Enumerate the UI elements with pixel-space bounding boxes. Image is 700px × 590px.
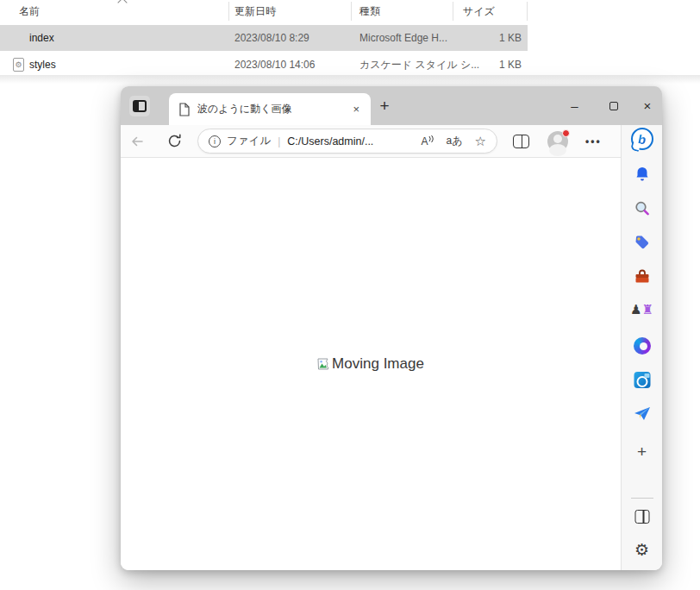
css-file-icon: ⚙ — [13, 58, 24, 72]
new-tab-button[interactable]: + — [372, 94, 397, 118]
bell-icon — [634, 166, 651, 183]
tab-bar: 波のように動く画像 × + – × — [121, 86, 662, 125]
search-icon — [634, 200, 651, 217]
sidebar-toggle-button[interactable] — [634, 510, 649, 524]
column-header-name[interactable]: 名前 — [19, 4, 40, 19]
browser-toolbar: i ファイル | C:/Users/admin/... A aあ ☆ — [121, 125, 621, 158]
maximize-button[interactable] — [594, 86, 633, 125]
column-divider[interactable] — [453, 2, 453, 21]
file-name: styles — [29, 59, 56, 71]
file-size: 1 KB — [499, 32, 522, 44]
file-explorer-list: 名前 更新日時 種類 サイズ index 2023/08/10 8:29 Mic… — [0, 0, 700, 83]
file-type: Microsoft Edge H... — [359, 32, 447, 44]
tab-actions-menu-button[interactable] — [129, 96, 150, 116]
sidebar-settings-button[interactable]: ⚙ — [634, 542, 649, 558]
file-row-index[interactable]: index 2023/08/10 8:29 Microsoft Edge H..… — [0, 25, 528, 51]
explorer-column-headers: 名前 更新日時 種類 サイズ — [0, 0, 528, 22]
price-tag-icon — [634, 234, 651, 251]
bing-icon: b — [631, 128, 653, 150]
sidebar-panel-icon — [634, 510, 649, 524]
column-header-modified[interactable]: 更新日時 — [234, 4, 276, 19]
address-divider: | — [278, 135, 280, 148]
sidebar-divider — [631, 498, 653, 499]
microsoft-365-icon — [634, 337, 651, 355]
favorite-star-icon[interactable]: ☆ — [475, 134, 486, 149]
browser-main-column: i ファイル | C:/Users/admin/... A aあ ☆ — [121, 125, 622, 570]
refresh-button[interactable] — [167, 134, 182, 148]
sidebar-item-outlook[interactable] — [634, 372, 650, 388]
outlook-icon — [634, 372, 650, 388]
image-alt-text: Moving Image — [332, 355, 424, 373]
read-aloud-button[interactable]: A — [422, 135, 434, 148]
file-name: index — [29, 32, 54, 44]
broken-image-placeholder: Moving Image — [317, 355, 424, 373]
sidebar-item-shopping[interactable] — [634, 234, 651, 251]
column-divider[interactable] — [351, 2, 352, 21]
file-size: 1 KB — [499, 59, 522, 71]
sort-ascending-icon[interactable] — [119, 0, 127, 4]
sidebar-item-tools[interactable] — [634, 268, 651, 286]
edge-sidebar: b — [622, 125, 662, 570]
toolbox-icon — [634, 268, 651, 286]
split-screen-icon[interactable] — [513, 135, 529, 148]
tab-title: 波のように動く画像 — [197, 102, 351, 116]
back-arrow-icon — [129, 134, 145, 149]
paper-plane-icon — [634, 406, 651, 422]
column-divider[interactable] — [527, 2, 528, 21]
read-aloud-waves-icon — [428, 135, 434, 143]
url-scheme-label: ファイル — [227, 134, 271, 148]
page-content: Moving Image — [121, 158, 621, 570]
address-bar[interactable]: i ファイル | C:/Users/admin/... A aあ ☆ — [197, 129, 497, 154]
settings-and-more-button[interactable]: ••• — [585, 135, 602, 148]
sidebar-customize-button[interactable]: + — [637, 442, 647, 461]
tab-close-button[interactable]: × — [351, 103, 361, 116]
notification-dot — [562, 129, 570, 137]
sidebar-item-search[interactable] — [634, 200, 651, 217]
column-header-type[interactable]: 種類 — [359, 4, 380, 19]
chess-pawn-icon: ♟ — [630, 303, 641, 316]
back-button[interactable] — [129, 134, 145, 149]
file-row-styles[interactable]: ⚙ styles 2023/08/10 14:06 カスケード スタイル シ..… — [0, 53, 528, 77]
file-modified: 2023/08/10 8:29 — [234, 32, 309, 44]
broken-image-icon — [317, 358, 331, 370]
translate-button[interactable]: aあ — [447, 134, 463, 148]
chess-rook-icon: ♜ — [642, 303, 653, 316]
sidebar-item-games[interactable]: ♟♜ — [630, 303, 653, 316]
close-button[interactable]: × — [633, 86, 662, 125]
refresh-icon — [167, 134, 182, 148]
url-text[interactable]: C:/Users/admin/... — [287, 135, 373, 148]
profile-avatar[interactable] — [547, 131, 568, 152]
edge-browser-window: 波のように動く画像 × + – × — [121, 86, 662, 570]
sidebar-item-notifications[interactable] — [634, 166, 651, 183]
site-info-icon[interactable]: i — [209, 135, 221, 148]
page-favicon-icon — [178, 103, 190, 116]
sidebar-item-microsoft-365[interactable] — [634, 337, 651, 355]
workspaces-icon — [133, 100, 147, 112]
bing-discover-button[interactable]: b — [631, 128, 653, 150]
minimize-button[interactable]: – — [555, 86, 594, 125]
file-type: カスケード スタイル シ... — [359, 58, 479, 72]
maximize-icon — [609, 102, 618, 110]
sidebar-item-drop[interactable] — [634, 406, 651, 422]
explorer-edge-shadow — [0, 75, 700, 84]
window-controls: – × — [555, 86, 662, 125]
column-divider[interactable] — [228, 2, 229, 21]
file-modified: 2023/08/10 14:06 — [234, 59, 315, 71]
column-header-size[interactable]: サイズ — [463, 4, 495, 19]
active-tab[interactable]: 波のように動く画像 × — [169, 93, 371, 125]
